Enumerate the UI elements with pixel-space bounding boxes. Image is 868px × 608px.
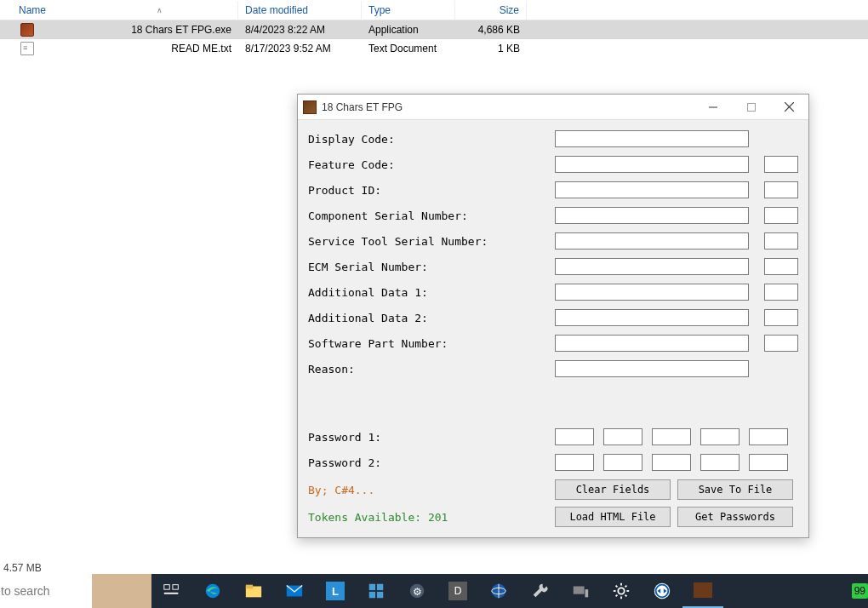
credit-label: By; C#4... [308, 484, 555, 496]
file-row[interactable]: READ ME.txt8/17/2023 9:52 AMText Documen… [0, 39, 868, 58]
file-type: Text Document [362, 41, 455, 56]
clear-fields-button[interactable]: Clear Fields [555, 479, 671, 500]
field-small-input-2[interactable] [764, 181, 798, 198]
svg-rect-6 [164, 593, 179, 594]
app-dialog: 18 Chars ET FPG Display Code:Feature Cod… [297, 94, 809, 538]
col-header-name[interactable]: Name ∧ [0, 1, 238, 20]
maximize-button[interactable] [732, 95, 770, 119]
file-icon [20, 23, 34, 37]
file-row[interactable]: 18 Chars ET FPG.exe8/4/2023 8:22 AMAppli… [0, 20, 868, 39]
field-input-1[interactable] [555, 156, 749, 173]
password-2-part-5[interactable] [749, 454, 788, 471]
form-row: Display Code: [308, 129, 798, 149]
password-2-part-3[interactable] [652, 454, 691, 471]
col-header-type[interactable]: Type [362, 1, 455, 20]
form-row: Additional Data 1: [308, 282, 798, 302]
password-1-part-3[interactable] [652, 428, 691, 445]
field-small-input-4[interactable] [764, 232, 798, 250]
file-explorer: Name ∧ Date modified Type Size 18 Chars … [0, 0, 868, 58]
svg-rect-11 [369, 584, 375, 590]
field-input-8[interactable] [555, 335, 749, 352]
app-icon [303, 100, 317, 114]
svg-rect-14 [377, 592, 383, 598]
field-small-input-8[interactable] [764, 335, 798, 352]
close-button[interactable] [770, 95, 808, 119]
title-bar: 18 Chars ET FPG [298, 95, 808, 120]
svg-line-28 [625, 595, 627, 597]
mail-icon[interactable] [274, 574, 315, 608]
password-1-part-1[interactable] [555, 428, 594, 445]
tools-icon[interactable]: ⚙ [397, 574, 437, 608]
field-input-5[interactable] [555, 258, 749, 275]
app-d-icon[interactable]: D [437, 574, 478, 608]
task-view-icon[interactable] [151, 574, 192, 608]
teamviewer-icon[interactable] [642, 574, 682, 608]
password-1-part-4[interactable] [700, 428, 740, 445]
field-small-input-7[interactable] [764, 309, 798, 326]
field-input-6[interactable] [555, 284, 749, 301]
file-size: 4,686 KB [455, 22, 527, 37]
field-input-2[interactable] [555, 181, 749, 198]
load-html-file-button[interactable]: Load HTML File [555, 507, 671, 527]
field-input-4[interactable] [555, 232, 749, 250]
field-label: Product ID: [308, 184, 555, 197]
device-icon[interactable] [560, 574, 601, 608]
svg-line-27 [616, 586, 618, 588]
svg-line-29 [616, 595, 618, 597]
taskbar-search[interactable]: to search [0, 574, 92, 608]
field-input-3[interactable] [555, 207, 749, 224]
edge-icon[interactable] [192, 574, 233, 608]
field-input-0[interactable] [555, 130, 749, 147]
field-input-9[interactable] [555, 360, 749, 377]
wrench-icon[interactable] [519, 574, 560, 608]
form-row: Product ID: [308, 180, 798, 200]
svg-rect-1 [747, 103, 755, 111]
app-l-icon[interactable]: L [315, 574, 356, 608]
field-small-input-5[interactable] [764, 258, 798, 275]
get-passwords-button[interactable]: Get Passwords [677, 507, 793, 527]
password-2-part-1[interactable] [555, 454, 594, 471]
password-2-part-2[interactable] [603, 454, 642, 471]
svg-rect-13 [369, 592, 375, 598]
password-2-part-4[interactable] [700, 454, 740, 471]
svg-point-22 [618, 588, 624, 594]
status-bar: 4.57 MB [3, 562, 42, 574]
svg-rect-21 [585, 589, 589, 597]
field-label: Service Tool Serial Number: [308, 235, 555, 248]
file-explorer-icon[interactable] [233, 574, 274, 608]
password-2-label: Password 2: [308, 456, 555, 469]
file-type: Application [362, 22, 455, 37]
file-size: 1 KB [455, 41, 527, 56]
password-1-part-2[interactable] [603, 428, 642, 445]
field-label: Software Part Number: [308, 337, 555, 350]
password-1-part-5[interactable] [749, 428, 788, 445]
password-2-row: Password 2: [308, 452, 798, 473]
cortana-icon[interactable] [92, 574, 151, 608]
save-to-file-button[interactable]: Save To File [677, 479, 793, 500]
globe-icon[interactable] [478, 574, 519, 608]
col-header-size[interactable]: Size [455, 1, 527, 20]
form-row: Component Serial Number: [308, 205, 798, 226]
form-row: Reason: [308, 358, 798, 379]
file-name: READ ME.txt [171, 43, 231, 54]
field-small-input-3[interactable] [764, 207, 798, 224]
col-header-date[interactable]: Date modified [238, 1, 362, 20]
field-label: Additional Data 1: [308, 286, 555, 299]
window-title: 18 Chars ET FPG [322, 101, 694, 113]
form-row: Service Tool Serial Number: [308, 231, 798, 251]
app-grid-icon[interactable] [356, 574, 397, 608]
field-input-7[interactable] [555, 309, 749, 326]
minimize-button[interactable] [694, 95, 732, 119]
field-label: Additional Data 2: [308, 312, 555, 324]
field-label: Reason: [308, 363, 555, 376]
sort-indicator-icon: ∧ [157, 6, 163, 14]
file-date: 8/17/2023 9:52 AM [238, 41, 362, 56]
svg-rect-9 [246, 585, 253, 589]
notification-badge[interactable]: 99 [852, 583, 868, 599]
running-app-icon[interactable] [682, 574, 723, 608]
col-header-name-label: Name [19, 4, 46, 16]
field-small-input-1[interactable] [764, 156, 798, 173]
svg-line-30 [625, 586, 627, 588]
field-small-input-6[interactable] [764, 284, 798, 301]
settings-icon[interactable] [601, 574, 642, 608]
